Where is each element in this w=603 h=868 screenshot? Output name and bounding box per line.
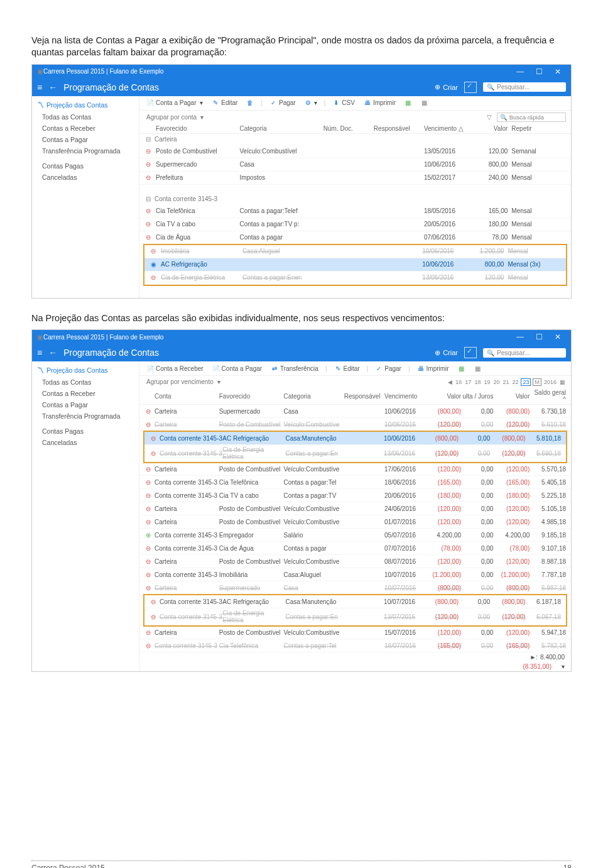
pencil-icon: ✎ — [212, 99, 219, 107]
edit-button[interactable]: ✎Editar — [332, 364, 362, 373]
table-row[interactable]: ⊖ CarteiraPosto de CombustívelVeículo:Co… — [139, 626, 571, 639]
new-transfer-button[interactable]: ⇄Transferência — [269, 364, 320, 373]
sidebar-item[interactable]: Todas as Contas — [32, 376, 139, 388]
scroll-down-icon[interactable]: ▾ — [562, 663, 565, 670]
create-button[interactable]: ⊕Criar — [435, 349, 458, 357]
close-button[interactable]: ✕ — [548, 67, 567, 76]
new-payable-button[interactable]: 📄Conta a Pagar ▾ — [144, 99, 205, 107]
table-row[interactable]: ⊖ Cia TV a caboContas a pagar:TV p: 20/0… — [139, 218, 571, 231]
table-row[interactable]: ◉ AC Refrigeração 10/06/2016800,00Mensal… — [144, 258, 566, 272]
table-row[interactable]: ⊖ Conta corrente 3145-3Cia de Energia El… — [144, 445, 566, 462]
table-row[interactable]: ⊖ Posto de CombustívelVeículo:Combustíve… — [139, 145, 571, 158]
maximize-button[interactable]: ☐ — [530, 332, 548, 341]
back-icon[interactable]: ← — [48, 82, 57, 92]
search-icon: 🔍 — [487, 84, 494, 91]
create-button[interactable]: ⊕Criar — [435, 83, 458, 91]
group-header[interactable]: ⊟Conta corrente 3145-3 — [139, 194, 571, 205]
menu-icon[interactable]: ≡ — [37, 82, 42, 92]
table-row[interactable]: ⊖ CarteiraPosto de CombustívelVeículo:Co… — [139, 463, 571, 476]
export-xls-button[interactable]: ▦ — [403, 99, 414, 107]
minimize-button[interactable]: — — [511, 67, 530, 76]
sidebar-item[interactable]: Contas a Pagar — [32, 134, 139, 145]
table-row[interactable]: ⊖ Conta corrente 3145-3Cia de Energia El… — [144, 608, 566, 625]
search-icon: 🔍 — [487, 349, 494, 356]
export-doc-button[interactable]: ▦ — [472, 364, 484, 373]
minus-icon: ⊖ — [144, 407, 152, 415]
table-row[interactable]: ⊖ Conta corrente 3145-3Cia TV a caboCont… — [139, 489, 571, 502]
calendar-icon[interactable]: ▦ — [559, 379, 566, 385]
table-row[interactable]: ⊖ Conta corrente 3145-3Cia TelefônicaCon… — [139, 476, 571, 489]
print-button[interactable]: 🖶Imprimir — [415, 364, 451, 373]
sidebar-item[interactable]: Todas as Contas — [32, 111, 139, 123]
back-icon[interactable]: ← — [48, 348, 57, 358]
table-row[interactable]: ⊖ ImobiliáriaCasa:Aluguel 10/06/20161.20… — [144, 245, 566, 258]
export-xls-button[interactable]: ▦ — [456, 364, 467, 373]
maximize-button[interactable]: ☐ — [530, 67, 548, 76]
print-icon: 🖶 — [417, 365, 425, 372]
table-row[interactable]: ⊖ Conta corrente 3145-3AC RefrigeraçãoCa… — [144, 595, 566, 608]
new-payable-button[interactable]: 📄Conta a Pagar — [210, 364, 264, 373]
sidebar-item[interactable]: Canceladas — [32, 437, 139, 448]
sidebar-item[interactable]: Contas a Receber — [32, 123, 139, 134]
table-row[interactable]: ⊖ Cia TelefônicaContas a pagar:Telef 18/… — [139, 205, 571, 218]
check-icon: ✓ — [269, 99, 277, 107]
menu-icon[interactable]: ≡ — [37, 348, 42, 358]
global-search[interactable]: 🔍Pesquisar... — [483, 348, 566, 358]
checkbox-toggle[interactable] — [464, 82, 477, 93]
group-by-dropdown[interactable]: Agrupar por vencimento ▾ — [144, 378, 222, 386]
sidebar-item[interactable]: Transferência Programada — [32, 410, 139, 422]
xls-icon: ▦ — [405, 99, 412, 107]
export-csv-button[interactable]: ⬇CSV — [330, 99, 357, 107]
table-row[interactable]: ⊖ Conta corrente 3145-3Cia TelefônicaCon… — [139, 639, 571, 652]
table-row[interactable]: ⊖ Cia de Energia ElétricaContas a pagar:… — [144, 272, 566, 285]
quick-search[interactable]: 🔍 Busca rápida — [497, 113, 566, 122]
global-search[interactable]: 🔍Pesquisar... — [483, 82, 566, 92]
export-doc-button[interactable]: ▦ — [419, 99, 430, 107]
edit-button[interactable]: ✎Editar — [210, 99, 239, 107]
table-row[interactable]: ⊖ Conta corrente 3145-3ImobiliáriaCasa:A… — [139, 568, 571, 581]
minus-icon: ⊖ — [144, 505, 152, 512]
sidebar-item[interactable]: Canceladas — [32, 172, 139, 183]
table-row[interactable]: ⊖ Conta corrente 3145-3Cia de ÁguaContas… — [139, 542, 571, 555]
table-row[interactable]: ⊖ Conta corrente 3145-3AC RefrigeraçãoCa… — [144, 432, 566, 445]
pay-button[interactable]: ✓Pagar — [373, 364, 403, 373]
filter-icon[interactable]: ▽ — [486, 113, 493, 121]
sidebar-item[interactable]: Transferência Programada — [32, 145, 139, 157]
intro-paragraph-1: Veja na lista de Contas a Pagar a exibiç… — [31, 35, 572, 59]
table-row[interactable]: ⊖ CarteiraPosto de CombustívelVeículo:Co… — [139, 502, 571, 515]
table-row[interactable]: ⊖ SupermercadoCasa 10/06/2016800,00Mensa… — [139, 158, 571, 172]
close-button[interactable]: ✕ — [548, 332, 567, 341]
sidebar-header[interactable]: 〽Projeção das Contas — [32, 99, 139, 111]
table-row[interactable]: ⊖ CarteiraPosto de CombustívelVeículo:Co… — [139, 418, 571, 431]
settings-button[interactable]: ⚙▾ — [303, 99, 319, 107]
table-row[interactable]: ⊖ CarteiraPosto de CombustívelVeículo:Co… — [139, 515, 571, 529]
new-receivable-button[interactable]: 📄Conta a Receber — [144, 364, 205, 373]
sidebar-item[interactable]: Contas a Pagar — [32, 399, 139, 410]
pay-button[interactable]: ✓Pagar — [268, 99, 298, 107]
table-row[interactable]: ⊖ PrefeituraImpostos 15/02/2017240,00Men… — [139, 172, 571, 185]
group-by-dropdown[interactable]: Agrupar por conta ▾ — [144, 113, 205, 121]
window-titlebar: ▣ Carrera Pessoal 2015 | Fulano de Exemp… — [32, 330, 571, 344]
screenshot-1: ▣ Carrera Pessoal 2015 | Fulano de Exemp… — [31, 64, 572, 299]
print-button[interactable]: 🖶Imprimir — [362, 99, 398, 107]
group-header[interactable]: ⊟Carteira — [139, 134, 571, 145]
sidebar-item[interactable]: Contas Pagas — [32, 426, 139, 437]
minus-icon: ⊖ — [144, 558, 152, 565]
month-selector[interactable]: ◀ 16171819202122 23 M 2016 ▦ — [447, 378, 566, 386]
minus-icon: ⊖ — [144, 174, 152, 182]
checkbox-toggle[interactable] — [464, 347, 477, 358]
sidebar-item[interactable]: Contas Pagas — [32, 160, 139, 172]
minus-icon: ⊖ — [144, 544, 152, 552]
doc-icon: 📄 — [212, 365, 220, 372]
table-row[interactable]: ⊖ CarteiraSupermercadoCasa 10/07/2016 (8… — [139, 581, 571, 595]
sidebar-header[interactable]: 〽Projeção das Contas — [32, 364, 139, 376]
table-row[interactable]: ⊕ Conta corrente 3145-3EmpregadorSalário… — [139, 529, 571, 542]
table-row[interactable]: ⊖ CarteiraPosto de CombustívelVeículo:Co… — [139, 555, 571, 568]
table-row[interactable]: ⊖ CarteiraSupermercadoCasa 10/06/2016 (8… — [139, 405, 571, 418]
action-bar: 📄Conta a Pagar ▾ ✎Editar 🗑 | ✓Pagar ⚙▾ |… — [139, 96, 571, 111]
minimize-button[interactable]: — — [511, 332, 530, 341]
table-row[interactable]: ⊖ Cia de ÁguaContas a pagar 07/06/201678… — [139, 231, 571, 244]
sidebar-item[interactable]: Contas a Receber — [32, 388, 139, 399]
totals-row: (8.351,00)▾ — [139, 662, 571, 671]
delete-button[interactable]: 🗑 — [244, 99, 256, 107]
